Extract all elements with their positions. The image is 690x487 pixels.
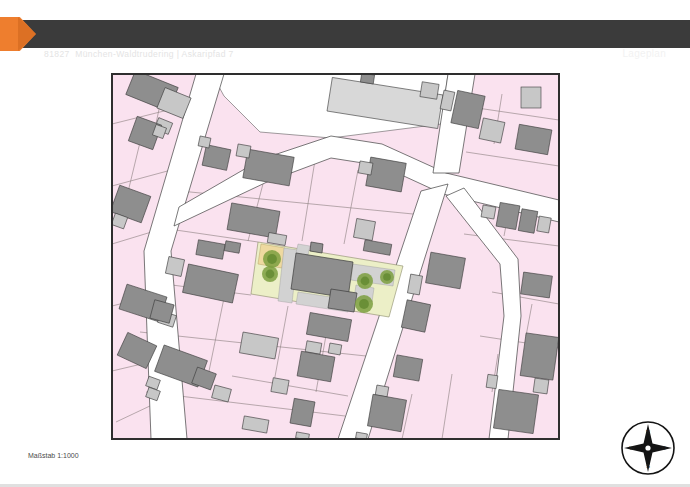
building	[420, 82, 439, 99]
building	[493, 389, 538, 433]
building	[236, 144, 251, 158]
tree	[359, 299, 369, 309]
building	[520, 333, 559, 380]
compass-label-west: W	[629, 445, 635, 451]
building	[224, 241, 241, 253]
building	[271, 378, 289, 395]
building	[367, 394, 406, 431]
building	[521, 272, 553, 298]
site-plan-svg	[112, 74, 559, 439]
compass-rose-icon: N O S W	[619, 419, 677, 477]
tree	[267, 254, 277, 264]
building	[290, 398, 315, 426]
header-address: 81827 München-Waldtrudering | Askaripfad…	[44, 40, 234, 68]
building	[198, 136, 211, 148]
compass-label-south: S	[646, 463, 650, 469]
tree	[266, 270, 275, 279]
scale-label: Maßstab 1:1000	[28, 452, 79, 459]
building	[518, 209, 538, 233]
building	[165, 257, 184, 277]
building	[533, 378, 549, 394]
building	[521, 87, 541, 108]
compass-label-north: N	[646, 429, 650, 435]
header-bar: 81827 München-Waldtrudering | Askaripfad…	[0, 20, 690, 48]
building	[479, 118, 505, 143]
page-title: Lageplan	[622, 40, 666, 68]
page: 81827 München-Waldtrudering | Askaripfad…	[0, 0, 690, 487]
building	[496, 202, 520, 229]
building	[360, 74, 374, 84]
building	[515, 124, 552, 154]
tree	[383, 273, 391, 281]
subject-building	[328, 289, 357, 312]
compass-label-east: O	[662, 445, 667, 451]
building	[328, 343, 342, 355]
subject-building	[310, 242, 323, 253]
building	[426, 252, 466, 289]
building	[537, 216, 551, 233]
building	[393, 355, 422, 381]
building	[486, 374, 498, 388]
compass-center	[645, 445, 650, 450]
building	[353, 218, 375, 240]
building	[366, 157, 406, 192]
building	[358, 161, 373, 175]
building	[481, 205, 496, 219]
site-plan-map	[111, 73, 560, 440]
tree	[361, 277, 370, 286]
